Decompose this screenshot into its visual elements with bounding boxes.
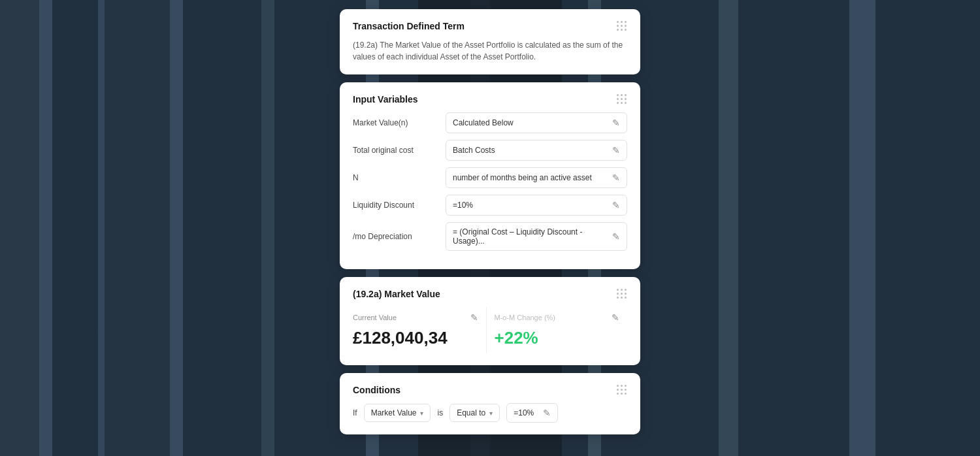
equal-to-dropdown-text: Equal to <box>457 408 485 417</box>
dot <box>621 94 623 96</box>
dot <box>625 389 627 391</box>
input-variables-title: Input Variables <box>353 94 418 105</box>
current-value-section: Current Value ✎ £128,040,34 <box>353 307 487 353</box>
edit-icon-total-cost[interactable]: ✎ <box>612 145 620 155</box>
input-row-market-value: Market Value(n) Calculated Below ✎ <box>353 112 627 133</box>
input-variables-card: Input Variables Market Value(n) Calculat… <box>340 82 640 269</box>
dot <box>625 29 627 31</box>
dot <box>625 21 627 23</box>
input-row-depreciation: /mo Depreciation = (Original Cost – Liqu… <box>353 222 627 251</box>
field-market-value[interactable]: Calculated Below ✎ <box>446 112 627 133</box>
conditions-card: Conditions If Market Value ▾ is Equal <box>340 373 640 434</box>
dot <box>617 102 619 104</box>
field-depreciation[interactable]: = (Original Cost – Liquidity Discount - … <box>446 222 627 251</box>
input-row-liquidity: Liquidity Discount =10% ✎ <box>353 195 627 216</box>
label-depreciation: /mo Depreciation <box>353 232 438 241</box>
field-total-cost[interactable]: Batch Costs ✎ <box>446 140 627 161</box>
dot <box>625 98 627 100</box>
edit-icon-n[interactable]: ✎ <box>612 172 620 183</box>
mom-section: M-o-M Change (%) ✎ +22% <box>487 307 628 353</box>
dot <box>617 289 619 291</box>
dot <box>625 393 627 395</box>
edit-icon-current-value[interactable]: ✎ <box>470 312 478 323</box>
field-liquidity-text: =10% <box>453 201 607 210</box>
dot <box>617 385 619 387</box>
market-value-header: (19.2a) Market Value <box>353 289 627 299</box>
dot <box>617 21 619 23</box>
market-value-dropdown[interactable]: Market Value ▾ <box>364 404 431 422</box>
input-row-total-cost: Total original cost Batch Costs ✎ <box>353 140 627 161</box>
dot <box>621 393 623 395</box>
is-label: is <box>437 408 443 417</box>
transaction-title-text: Transaction Defined Term <box>353 21 465 31</box>
conditions-row: If Market Value ▾ is Equal to ▾ =10% ✎ <box>353 403 627 423</box>
input-variables-header: Input Variables <box>353 94 627 105</box>
chevron-down-icon-2: ▾ <box>489 410 493 417</box>
label-total-cost: Total original cost <box>353 146 438 155</box>
conditions-value-text: =10% <box>514 408 534 417</box>
dot <box>617 389 619 391</box>
market-value-dropdown-text: Market Value <box>371 408 417 417</box>
current-value-display: £128,040,34 <box>353 328 478 348</box>
dot <box>621 25 623 27</box>
drag-handle-input[interactable] <box>617 94 627 105</box>
edit-icon-mom[interactable]: ✎ <box>612 312 619 323</box>
drag-handle-market-value[interactable] <box>617 289 627 299</box>
dot <box>621 98 623 100</box>
dot <box>621 293 623 295</box>
dot <box>617 393 619 395</box>
dot <box>621 289 623 291</box>
if-label: If <box>353 408 357 417</box>
dot <box>625 385 627 387</box>
conditions-header: Conditions <box>353 385 627 395</box>
label-liquidity: Liquidity Discount <box>353 201 438 210</box>
dot <box>617 297 619 299</box>
dot <box>617 25 619 27</box>
label-market-value: Market Value(n) <box>353 118 438 127</box>
dot <box>621 29 623 31</box>
dot <box>625 297 627 299</box>
edit-icon-depreciation[interactable]: ✎ <box>612 231 620 242</box>
drag-handle-transaction[interactable] <box>617 21 627 31</box>
transaction-header: Transaction Defined Term <box>353 21 627 31</box>
current-value-label: Current Value ✎ <box>353 312 478 323</box>
dot <box>621 385 623 387</box>
mom-value-display: +22% <box>495 328 620 348</box>
conditions-title: Conditions <box>353 385 400 395</box>
input-row-n: N number of months being an active asset… <box>353 167 627 188</box>
dot <box>625 293 627 295</box>
dot <box>621 389 623 391</box>
dot <box>625 25 627 27</box>
market-value-body: Current Value ✎ £128,040,34 M-o-M Change… <box>353 307 627 353</box>
field-liquidity[interactable]: =10% ✎ <box>446 195 627 216</box>
conditions-value-field[interactable]: =10% ✎ <box>506 403 558 423</box>
field-n-text: number of months being an active asset <box>453 173 607 182</box>
label-n: N <box>353 173 438 182</box>
cards-container: Transaction Defined Term (19.2a) The Mar… <box>340 0 640 444</box>
dot <box>617 293 619 295</box>
dot <box>625 102 627 104</box>
market-value-title: (19.2a) Market Value <box>353 289 440 299</box>
edit-icon-market-value[interactable]: ✎ <box>612 118 620 128</box>
field-total-cost-text: Batch Costs <box>453 146 607 155</box>
dot <box>621 21 623 23</box>
transaction-description: (19.2a) The Market Value of the Asset Po… <box>353 39 627 63</box>
field-depreciation-text: = (Original Cost – Liquidity Discount - … <box>453 227 607 246</box>
dot <box>621 102 623 104</box>
field-n[interactable]: number of months being an active asset ✎ <box>446 167 627 188</box>
chevron-down-icon: ▾ <box>420 410 423 417</box>
mom-label: M-o-M Change (%) ✎ <box>495 312 620 323</box>
edit-icon-conditions[interactable]: ✎ <box>543 408 551 418</box>
dot <box>625 94 627 96</box>
market-value-card: (19.2a) Market Value Current Value ✎ £12… <box>340 277 640 365</box>
dot <box>625 289 627 291</box>
field-market-value-text: Calculated Below <box>453 118 607 127</box>
equal-to-dropdown[interactable]: Equal to ▾ <box>449 404 500 422</box>
dot <box>617 29 619 31</box>
dot <box>617 98 619 100</box>
edit-icon-liquidity[interactable]: ✎ <box>612 200 620 210</box>
drag-handle-conditions[interactable] <box>617 385 627 395</box>
transaction-card: Transaction Defined Term (19.2a) The Mar… <box>340 9 640 74</box>
dot <box>617 94 619 96</box>
transaction-title: Transaction Defined Term <box>353 21 465 31</box>
